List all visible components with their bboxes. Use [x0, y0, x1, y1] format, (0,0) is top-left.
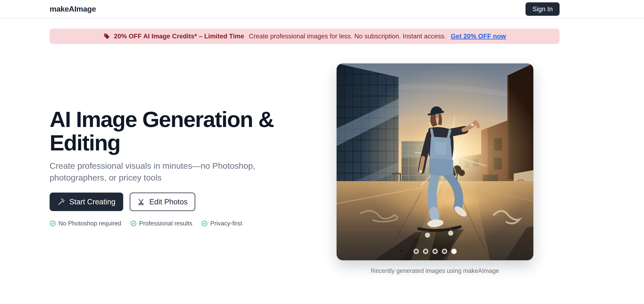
carousel-dot[interactable]	[451, 249, 457, 254]
sign-in-button[interactable]: Sign In	[526, 2, 560, 16]
start-creating-button[interactable]: Start Creating	[50, 192, 123, 211]
banner-cta-link[interactable]: Get 20% OFF now	[451, 32, 506, 40]
logo[interactable]: makeAImage	[50, 5, 96, 14]
carousel-caption: Recently generated images using makeAIma…	[336, 268, 534, 274]
banner-message: Create professional images for less. No …	[249, 32, 446, 40]
edit-photos-label: Edit Photos	[149, 198, 187, 206]
hero-subtitle: Create professional visuals in minutes—n…	[50, 160, 310, 184]
banner-highlight: 20% OFF AI Image Credits* – Limited Time	[114, 32, 244, 40]
start-creating-label: Start Creating	[69, 198, 115, 206]
scissors-icon	[138, 198, 145, 206]
carousel-dot[interactable]	[414, 249, 419, 254]
feature-label: No Photoshop required	[58, 220, 121, 227]
carousel-dot[interactable]	[432, 249, 438, 254]
feature-label: Professional results	[139, 220, 192, 227]
promo-banner: 20% OFF AI Image Credits* – Limited Time…	[50, 28, 560, 44]
check-circle-icon	[50, 220, 56, 226]
carousel-dot[interactable]	[423, 249, 428, 254]
feature-item: Professional results	[130, 220, 192, 227]
carousel-dots	[336, 249, 534, 254]
cta-row: Start Creating Edit Photos	[50, 192, 195, 211]
carousel-dot[interactable]	[442, 249, 447, 254]
feature-item: No Photoshop required	[50, 220, 121, 227]
site-header: makeAImage Sign In	[0, 0, 644, 18]
wand-sparkles-icon	[58, 198, 65, 206]
page-title: AI Image Generation & Editing	[50, 108, 345, 154]
carousel-image-card[interactable]	[336, 64, 534, 260]
header-inner: makeAImage Sign In	[50, 0, 560, 18]
feature-list: No Photoshop required Professional resul…	[50, 220, 242, 227]
tag-icon	[103, 33, 110, 40]
check-circle-icon	[201, 220, 208, 226]
sign-in-label: Sign In	[532, 5, 553, 13]
feature-item: Privacy-first	[201, 220, 242, 227]
generated-photo-skateboarder	[336, 64, 534, 260]
check-circle-icon	[130, 220, 136, 226]
feature-label: Privacy-first	[210, 220, 242, 227]
edit-photos-button[interactable]: Edit Photos	[130, 192, 195, 211]
